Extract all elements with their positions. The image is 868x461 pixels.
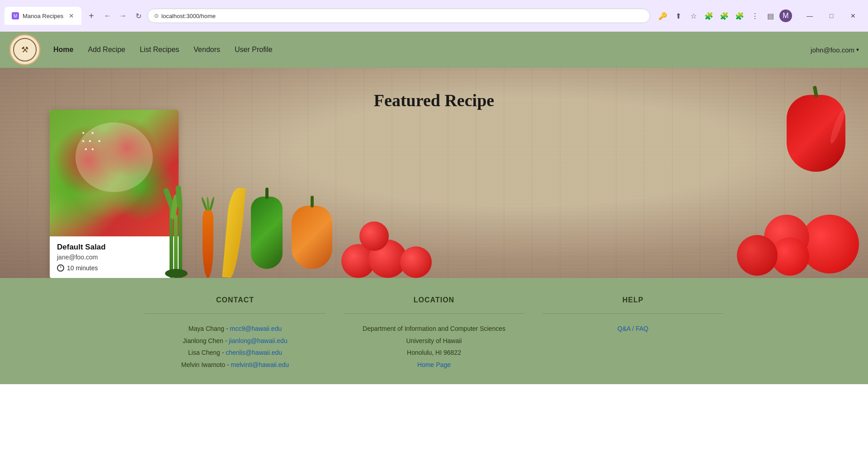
addon-icon[interactable]: 🧩 [718, 9, 731, 22]
contact-sep-1: - [226, 325, 230, 332]
nav-list-recipes[interactable]: List Recipes [140, 46, 179, 54]
contact-name-4: Melvin Iwamoto [181, 361, 225, 368]
featured-recipe-title: Featured Recipe [374, 90, 494, 110]
help-heading: HELP [542, 296, 723, 304]
star-icon[interactable]: ☆ [687, 9, 700, 22]
footer-grid: CONTACT Maya Chang - mcc9@hawaii.edu Jia… [118, 296, 750, 371]
footer-location: LOCATION Department of Information and C… [344, 296, 524, 371]
fork-icon: ⚒ [21, 45, 28, 55]
window-controls: — □ ✕ [799, 9, 863, 23]
nav-vendors[interactable]: Vendors [193, 46, 220, 54]
browser-chrome: M Manoa Recipes ✕ + ← → ↻ ⊙ localhost:30… [0, 0, 868, 32]
carrot-decoration [199, 197, 217, 278]
back-button[interactable]: ← [101, 9, 114, 22]
logo[interactable]: ⚒ [9, 34, 41, 66]
contact-entries: Maya Chang - mcc9@hawaii.edu Jianlong Ch… [145, 323, 326, 371]
contact-sep-2: - [225, 337, 229, 344]
nav-home[interactable]: Home [53, 46, 73, 54]
footer-contact: CONTACT Maya Chang - mcc9@hawaii.edu Jia… [145, 296, 326, 371]
user-dropdown-arrow: ▾ [856, 47, 859, 53]
contact-name-3: Lisa Cheng [188, 349, 220, 356]
maximize-button[interactable]: □ [821, 9, 842, 23]
lock-icon: ⊙ [154, 13, 159, 19]
menu-icon[interactable]: ⋮ [749, 9, 761, 22]
tomatoes-large [732, 188, 868, 278]
key-icon[interactable]: 🔑 [656, 9, 669, 22]
url-text: localhost:3000/home [161, 13, 216, 19]
share-icon[interactable]: ⬆ [672, 9, 684, 22]
refresh-button[interactable]: ↻ [132, 9, 145, 22]
profile-icon[interactable]: M [779, 9, 792, 22]
new-tab-button[interactable]: + [85, 9, 98, 23]
contact-entry-3: Lisa Cheng - chenlis@hawaii.edu [145, 347, 326, 359]
location-heading: LOCATION [344, 296, 524, 304]
user-email: john@foo.com [811, 46, 854, 54]
nav-add-recipe[interactable]: Add Recipe [88, 46, 125, 54]
location-line2: University of Hawaii [344, 335, 524, 347]
footer-help: HELP Q&A / FAQ [542, 296, 723, 371]
orange-pepper-decoration [292, 183, 332, 278]
browser-controls: ← → ↻ ⊙ localhost:3000/home 🔑 ⬆ ☆ 🧩 🧩 🧩 … [101, 5, 792, 27]
contact-sep-3: - [222, 349, 226, 356]
close-button[interactable]: ✕ [843, 9, 863, 23]
extensions-icon[interactable]: 🧩 [703, 9, 715, 22]
forward-button[interactable]: → [117, 9, 129, 22]
contact-divider [145, 313, 326, 314]
help-divider [542, 313, 723, 314]
help-text: Q&A / FAQ [542, 323, 723, 335]
tab-title: Manoa Recipes [23, 13, 63, 19]
recipe-card-time-label: 10 minutes [67, 264, 98, 272]
help-faq-link[interactable]: Q&A / FAQ [618, 325, 648, 332]
location-text: Department of Information and Computer S… [344, 323, 524, 371]
nav-links: Home Add Recipe List Recipes Vendors Use… [53, 46, 811, 54]
nav-user-menu[interactable]: john@foo.com ▾ [811, 46, 859, 54]
navbar: ⚒ Home Add Recipe List Recipes Vendors U… [0, 32, 868, 68]
location-line1: Department of Information and Computer S… [344, 323, 524, 335]
browser-tab[interactable]: M Manoa Recipes ✕ [5, 7, 81, 25]
sidebar-icon[interactable]: ▤ [764, 9, 777, 22]
location-home-page-link[interactable]: Home Page [417, 361, 451, 368]
contact-email-1[interactable]: mcc9@hawaii.edu [230, 325, 282, 332]
address-bar[interactable]: ⊙ localhost:3000/home [147, 9, 650, 23]
tab-icon: M [12, 12, 19, 19]
banana-decoration [226, 179, 242, 278]
location-divider [344, 313, 524, 314]
footer: CONTACT Maya Chang - mcc9@hawaii.edu Jia… [0, 278, 868, 384]
contact-sep-4: - [227, 361, 231, 368]
contact-name-1: Maya Chang [189, 325, 224, 332]
contact-entry-1: Maya Chang - mcc9@hawaii.edu [145, 323, 326, 335]
contact-entry-2: Jianlong Chen - jianlong@hawaii.edu [145, 335, 326, 347]
puzzle-icon[interactable]: 🧩 [733, 9, 746, 22]
contact-name-2: Jianlong Chen [183, 337, 223, 344]
minimize-button[interactable]: — [799, 9, 820, 23]
contact-email-4[interactable]: melvinti@hawaii.edu [231, 361, 289, 368]
clock-icon [57, 264, 64, 272]
contact-email-3[interactable]: chenlis@hawaii.edu [226, 349, 282, 356]
location-line3: Honolulu, HI 96822 [344, 347, 524, 359]
nav-user-profile[interactable]: User Profile [235, 46, 273, 54]
contact-heading: CONTACT [145, 296, 326, 304]
logo-inner: ⚒ [13, 38, 37, 61]
tab-close-button[interactable]: ✕ [69, 12, 74, 19]
tomato-decoration [341, 188, 432, 278]
scallion-decoration [163, 188, 190, 278]
browser-actions: 🔑 ⬆ ☆ 🧩 🧩 🧩 ⋮ ▤ M [656, 9, 792, 22]
contact-entry-4: Melvin Iwamoto - melvinti@hawaii.edu [145, 359, 326, 371]
hero-section: Featured Recipe Default Salad jane@foo.c… [0, 68, 868, 278]
green-pepper-decoration [251, 179, 283, 278]
contact-email-2[interactable]: jianlong@hawaii.edu [229, 337, 287, 344]
red-pepper-large [787, 95, 845, 176]
